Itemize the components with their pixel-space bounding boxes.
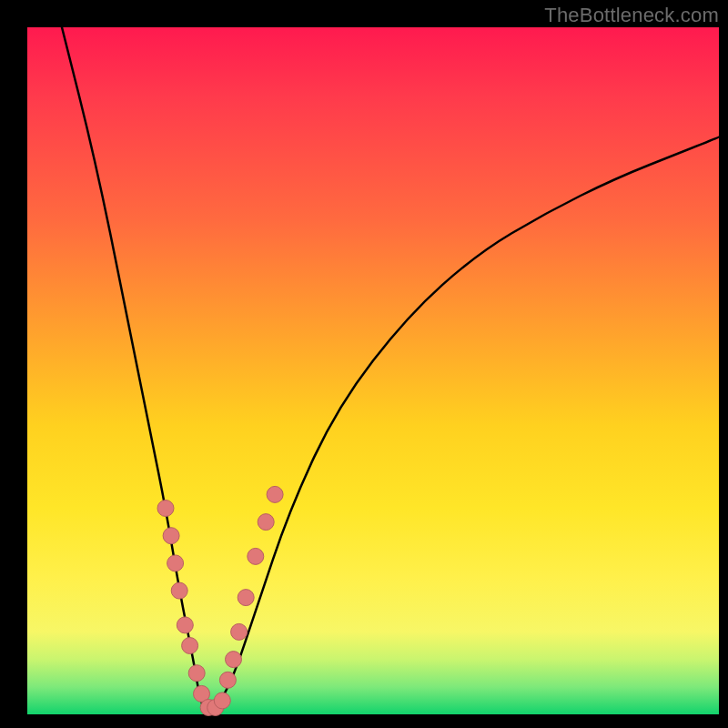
watermark-text: TheBottleneck.com <box>544 4 719 27</box>
marker-point <box>182 638 198 654</box>
bottleneck-curve <box>62 27 719 714</box>
marker-point <box>167 555 184 571</box>
marker-point <box>267 486 283 502</box>
marker-point <box>238 590 254 606</box>
marker-point <box>248 548 264 564</box>
marker-point <box>188 665 205 682</box>
outer-frame: TheBottleneck.com <box>0 0 728 728</box>
marker-point <box>214 693 230 709</box>
marker-point <box>157 500 174 517</box>
marker-point <box>163 528 179 544</box>
marker-point <box>171 582 187 599</box>
marker-point <box>231 623 248 640</box>
chart-svg <box>27 27 719 714</box>
marker-point <box>258 514 274 531</box>
marker-point <box>226 652 242 668</box>
marker-point <box>219 672 236 688</box>
highlight-markers <box>157 486 283 715</box>
marker-point <box>177 617 193 633</box>
plot-area <box>27 27 719 714</box>
